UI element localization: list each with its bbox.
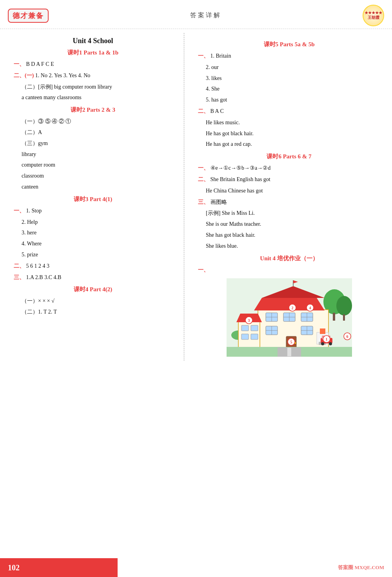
answer-item: classroom xyxy=(22,171,176,181)
answer-item: 3. likes xyxy=(206,74,384,83)
answer-content: classroom xyxy=(22,173,44,179)
school-svg: 2 4 3 5 1 6 xyxy=(227,278,352,357)
answer-content: 5. prize xyxy=(22,252,38,258)
section-ke4-title: 课时4 Part 4(2) xyxy=(10,286,176,293)
answer-item: library xyxy=(22,150,176,159)
svg-rect-4 xyxy=(343,314,345,321)
answer-item: canteen xyxy=(22,182,176,192)
answer-item: 一、 ④e→①c→⑤b→③a→②d xyxy=(198,163,384,173)
svg-text:6: 6 xyxy=(346,334,348,339)
answer-content: （二）A xyxy=(22,129,42,135)
brand-name: 王朝霞 xyxy=(368,15,379,20)
answer-content: 3. here xyxy=(22,230,36,236)
answer-content: [示例] She is Miss Li. xyxy=(206,210,255,216)
school-illustration: 2 4 3 5 1 6 xyxy=(227,278,352,357)
answer-content: 画图略 xyxy=(211,199,227,205)
answer-item: 二、 5 6 1 2 4 3 xyxy=(14,261,176,271)
answer-content: He likes music. xyxy=(206,120,240,125)
brand-logo: ★★★★★ 王朝霞 xyxy=(363,5,384,26)
answer-content: 5 6 1 2 4 3 xyxy=(26,263,50,269)
answer-item: 一、 xyxy=(198,265,384,275)
answer-content: （三）gym xyxy=(22,140,48,146)
answer-item: 3. here xyxy=(22,228,176,238)
svg-rect-29 xyxy=(241,325,249,331)
answer-item: 二、(一) 1. No 2. Yes 3. Yes 4. No xyxy=(14,71,176,80)
logo-left: 德才兼备 xyxy=(8,9,49,23)
section-ke5-title: 课时5 Parts 5a & 5b xyxy=(194,41,384,48)
svg-rect-30 xyxy=(251,325,258,331)
answer-item: 5. has got xyxy=(206,95,384,105)
main-content: Unit 4 School 课时1 Parts 1a & 1b 一、 B D A… xyxy=(0,29,392,365)
section-ke2-title: 课时2 Parts 2 & 3 xyxy=(10,106,176,114)
answer-item: 4. Where xyxy=(22,239,176,249)
answer-item: a canteen many classrooms xyxy=(22,93,176,102)
answer-item: He likes music. xyxy=(206,118,384,127)
svg-rect-43 xyxy=(287,348,291,356)
answer-content: computer room xyxy=(22,162,55,168)
section-ke1-title: 课时1 Parts 1a & 1b xyxy=(10,49,176,56)
answer-item: 一、 1. Britain xyxy=(198,51,384,61)
answer-item: She has got black hair. xyxy=(206,230,384,240)
svg-point-40 xyxy=(329,342,332,345)
answer-content: 2. Help xyxy=(22,219,38,225)
answer-content: B D A F C E xyxy=(26,61,54,67)
answer-content: （二）[示例] big computer room library xyxy=(22,84,112,90)
answer-content: She has got black hair. xyxy=(206,232,255,238)
left-column: Unit 4 School 课时1 Parts 1a & 1b 一、 B D A… xyxy=(0,33,184,361)
answer-label: 二、(一) xyxy=(14,73,34,78)
answer-content: She Britain English has got xyxy=(211,176,270,182)
section-ke3-title: 课时3 Part 4(1) xyxy=(10,196,176,203)
answer-item: （三）gym xyxy=(22,139,176,148)
svg-text:1: 1 xyxy=(325,337,327,341)
answer-content: He China Chinese has got xyxy=(206,188,263,194)
right-column: 课时5 Parts 5a & 5b 一、 1. Britain 2. our 3… xyxy=(184,33,392,361)
answer-item: He has got black hair. xyxy=(206,129,384,138)
answer-item: （一）③ ⑤ ④ ② ① xyxy=(22,117,176,126)
answer-label: 二、 xyxy=(198,176,209,182)
answer-content: 4. Where xyxy=(22,241,42,247)
answer-item: 5. prize xyxy=(22,250,176,259)
answer-item: 三、 1.A 2.B 3.C 4.B xyxy=(14,273,176,282)
answer-content: He has got black hair. xyxy=(206,131,254,136)
page-number: 102 xyxy=(8,563,47,572)
answer-content: She is our Maths teacher. xyxy=(206,221,261,227)
answer-content: 1.A 2.B 3.C 4.B xyxy=(26,274,62,280)
answer-item: She likes blue. xyxy=(206,241,384,251)
answer-label: 二、 xyxy=(14,263,25,269)
answer-item: 2. our xyxy=(206,63,384,72)
svg-rect-31 xyxy=(241,334,249,339)
svg-text:5: 5 xyxy=(290,340,292,344)
answer-item: computer room xyxy=(22,160,176,170)
answer-content: 2. our xyxy=(206,64,219,70)
header-title: 答案详解 xyxy=(190,11,221,20)
answer-item: She is our Maths teacher. xyxy=(206,220,384,229)
unit-title: Unit 4 School xyxy=(10,37,176,45)
answer-content: （一）× × × √ xyxy=(22,298,54,304)
answer-item: （二）[示例] big computer room library xyxy=(22,82,176,92)
answer-item: 三、 画图略 xyxy=(198,198,384,207)
answer-content: 1. Stop xyxy=(26,208,42,214)
svg-point-39 xyxy=(321,342,324,345)
answer-content: 3. likes xyxy=(206,75,221,81)
svg-rect-34 xyxy=(320,328,325,334)
answer-content: He has got a red cap. xyxy=(206,141,252,147)
answer-content: （二）1. T 2. T xyxy=(22,309,57,315)
answer-item: 二、 B A C xyxy=(198,107,384,116)
svg-rect-32 xyxy=(251,334,258,339)
answer-item: 4. She xyxy=(206,84,384,94)
answer-item: （二）1. T 2. T xyxy=(22,307,176,317)
answer-label: 三、 xyxy=(14,274,25,280)
answer-content: She likes blue. xyxy=(206,243,238,249)
answer-content: B A C xyxy=(211,108,224,114)
section-ke6-title: 课时6 Parts 6 & 7 xyxy=(194,153,384,160)
answer-content: a canteen many classrooms xyxy=(22,94,82,100)
svg-point-2 xyxy=(336,296,352,316)
svg-text:3: 3 xyxy=(248,318,250,323)
answer-item: He China Chinese has got xyxy=(206,186,384,196)
answer-item: 2. Help xyxy=(22,218,176,227)
page-header: 德才兼备 答案详解 ★★★★★ 王朝霞 xyxy=(0,0,392,29)
answer-item: 二、 She Britain English has got xyxy=(198,175,384,184)
answer-item: He has got a red cap. xyxy=(206,140,384,149)
answer-label: 一、 xyxy=(198,267,209,273)
answer-label: 三、 xyxy=(198,199,209,205)
